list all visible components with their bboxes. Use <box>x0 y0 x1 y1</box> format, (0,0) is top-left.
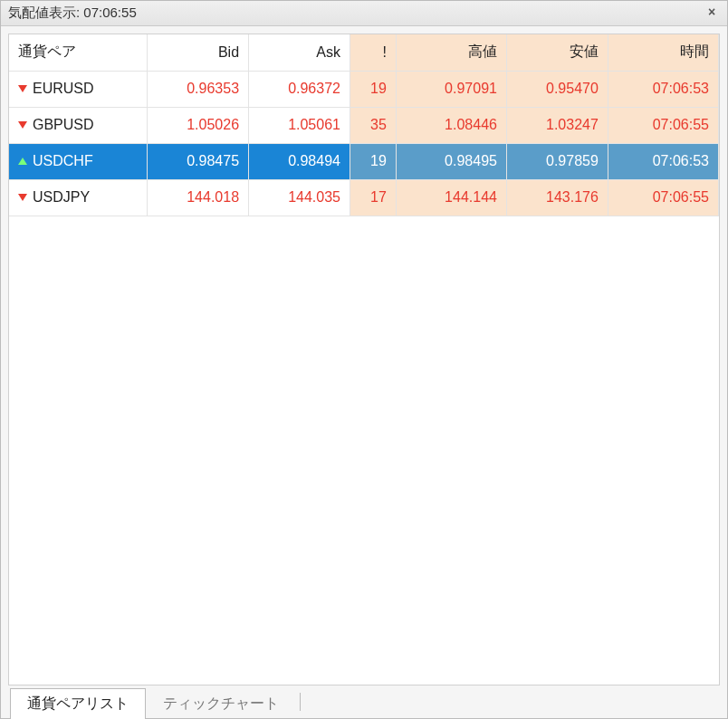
header-time[interactable]: 時間 <box>608 34 718 71</box>
market-watch-window: 気配値表示: 07:06:55 × 通貨ペア Bid Ask ! 高値 安値 <box>0 0 728 719</box>
cell-spread: 19 <box>350 71 396 107</box>
cell-high: 144.144 <box>396 179 506 216</box>
cell-time: 07:06:55 <box>608 179 718 216</box>
close-icon[interactable]: × <box>704 5 720 22</box>
cell-bid: 144.018 <box>148 179 249 216</box>
cell-low: 0.95470 <box>506 71 608 107</box>
table-row[interactable]: GBPUSD1.050261.05061351.084461.0324707:0… <box>9 107 719 143</box>
table-header-row: 通貨ペア Bid Ask ! 高値 安値 時間 <box>9 34 719 71</box>
table-row[interactable]: USDJPY144.018144.03517144.144143.17607:0… <box>9 179 719 216</box>
cell-ask: 144.035 <box>249 179 350 216</box>
pair-name: USDJPY <box>33 189 90 206</box>
pair-name: USDCHF <box>33 153 93 169</box>
header-bid[interactable]: Bid <box>148 34 249 71</box>
window-title: 気配値表示: 07:06:55 <box>8 5 137 22</box>
cell-high: 0.98495 <box>396 143 506 179</box>
cell-low: 1.03247 <box>506 107 608 143</box>
titlebar[interactable]: 気配値表示: 07:06:55 × <box>1 1 727 26</box>
cell-bid: 1.05026 <box>148 107 249 143</box>
pair-name: EURUSD <box>33 81 94 97</box>
header-spread[interactable]: ! <box>350 34 396 71</box>
cell-spread: 19 <box>350 143 396 179</box>
arrow-up-icon <box>18 158 27 165</box>
table-row[interactable]: USDCHF0.984750.98494190.984950.9785907:0… <box>9 143 719 179</box>
pair-cell[interactable]: GBPUSD <box>9 107 148 143</box>
quote-table: 通貨ペア Bid Ask ! 高値 安値 時間 EURUSD0.963530.9… <box>9 34 719 216</box>
content-area: 通貨ペア Bid Ask ! 高値 安値 時間 EURUSD0.963530.9… <box>1 26 727 685</box>
cell-ask: 0.98494 <box>249 143 350 179</box>
arrow-down-icon <box>18 85 27 92</box>
header-pair[interactable]: 通貨ペア <box>9 34 148 71</box>
pair-cell[interactable]: EURUSD <box>9 71 148 107</box>
cell-spread: 35 <box>350 107 396 143</box>
header-ask[interactable]: Ask <box>249 34 350 71</box>
cell-low: 143.176 <box>506 179 608 216</box>
cell-bid: 0.98475 <box>148 143 249 179</box>
header-low[interactable]: 安値 <box>506 34 608 71</box>
arrow-down-icon <box>18 194 27 201</box>
cell-ask: 0.96372 <box>249 71 350 107</box>
cell-low: 0.97859 <box>506 143 608 179</box>
tab-pair-list[interactable]: 通貨ペアリスト <box>10 688 146 719</box>
table-row[interactable]: EURUSD0.963530.96372190.970910.9547007:0… <box>9 71 719 107</box>
tab-tick-chart[interactable]: ティックチャート <box>146 688 296 719</box>
header-high[interactable]: 高値 <box>396 34 506 71</box>
cell-high: 1.08446 <box>396 107 506 143</box>
cell-time: 07:06:55 <box>608 107 718 143</box>
tab-divider <box>300 693 301 711</box>
cell-high: 0.97091 <box>396 71 506 107</box>
cell-time: 07:06:53 <box>608 143 718 179</box>
pair-name: GBPUSD <box>33 117 94 133</box>
cell-time: 07:06:53 <box>608 71 718 107</box>
quote-table-wrap: 通貨ペア Bid Ask ! 高値 安値 時間 EURUSD0.963530.9… <box>8 34 720 685</box>
pair-cell[interactable]: USDCHF <box>9 143 148 179</box>
bottom-tabs: 通貨ペアリスト ティックチャート <box>1 685 727 718</box>
cell-spread: 17 <box>350 179 396 216</box>
pair-cell[interactable]: USDJPY <box>9 179 148 216</box>
arrow-down-icon <box>18 121 27 129</box>
cell-bid: 0.96353 <box>148 71 249 107</box>
cell-ask: 1.05061 <box>249 107 350 143</box>
